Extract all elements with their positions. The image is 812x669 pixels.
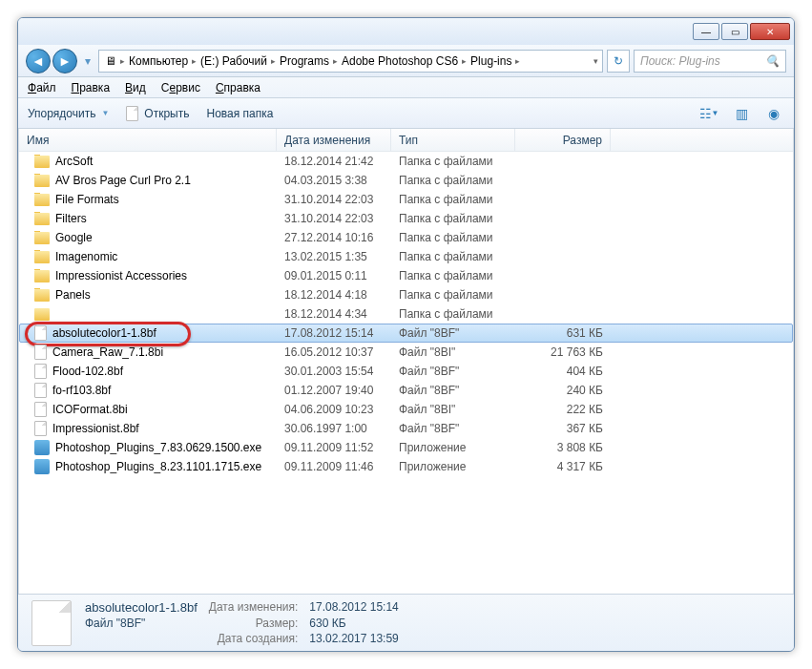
file-type: Папка с файлами [391,174,515,187]
file-rows: ArcSoft18.12.2014 21:42Папка с файламиAV… [19,152,793,476]
folder-icon [34,175,50,187]
chevron-right-icon: ▸ [271,56,276,66]
file-type: Папка с файлами [391,231,515,244]
file-row[interactable]: Flood-102.8bf30.01.2003 15:54Файл "8BF"4… [19,362,793,381]
file-date: 31.10.2014 22:03 [277,193,391,206]
file-row[interactable]: Filters31.10.2014 22:03Папка с файлами [19,209,793,228]
file-date: 16.05.2012 10:37 [277,345,391,359]
new-folder-button[interactable]: Новая папка [206,107,273,120]
breadcrumb-segment[interactable]: Компьютер [127,54,190,68]
file-name: ICOFormat.8bi [52,403,128,416]
file-date: 27.12.2014 10:16 [277,231,391,244]
details-created-value: 13.02.2017 13:59 [309,632,398,645]
folder-icon [34,156,50,168]
file-date: 01.12.2007 19:40 [277,384,391,397]
chevron-right-icon: ▸ [192,56,197,66]
file-size: 240 КБ [515,384,611,397]
file-row[interactable]: ArcSoft18.12.2014 21:42Папка с файлами [19,152,793,171]
details-type: Файл "8BF" [85,617,198,630]
column-headers: Имя Дата изменения Тип Размер [19,129,793,152]
help-button[interactable]: ◉ [763,104,784,123]
file-type: Файл "8BF" [391,422,515,435]
maximize-button[interactable]: ▭ [721,23,748,40]
file-icon [34,383,47,398]
file-date: 30.01.2003 15:54 [277,365,391,378]
file-type: Папка с файлами [391,155,515,168]
menu-edit[interactable]: Правка [72,81,111,94]
file-row[interactable]: Impressionist.8bf30.06.1997 1:00Файл "8B… [19,419,793,438]
column-name[interactable]: Имя [19,129,277,151]
folder-icon [34,308,50,321]
column-type[interactable]: Тип [391,129,515,151]
menu-view[interactable]: Вид [125,81,146,94]
file-row[interactable]: AV Bros Page Curl Pro 2.104.03.2015 3:38… [19,171,793,190]
file-name: Google [55,231,93,244]
menu-tools[interactable]: Сервис [161,81,200,94]
forward-button[interactable]: ► [52,49,77,73]
refresh-button[interactable]: ↻ [607,50,630,73]
breadcrumb[interactable]: 🖥 ▸ Компьютер ▸ (E:) Рабочий ▸ Programs … [98,50,603,73]
file-row[interactable]: fo-rf103.8bf01.12.2007 19:40Файл "8BF"24… [19,381,793,400]
file-date: 30.06.1997 1:00 [277,422,391,435]
column-size[interactable]: Размер [515,129,611,151]
chevron-right-icon: ▸ [515,56,520,66]
file-date: 09.11.2009 11:46 [277,460,391,473]
search-input[interactable]: Поиск: Plug-ins 🔍 [634,50,786,73]
file-type: Файл "8BF" [391,326,515,340]
file-row[interactable]: Google27.12.2014 10:16Папка с файлами [19,228,793,247]
toolbar: Упорядочить ▼ Открыть Новая папка ☷ ▼ ▥ … [18,98,794,129]
folder-icon [34,289,50,302]
file-icon [34,402,47,417]
file-size: 21 763 КБ [515,345,611,359]
chevron-right-icon: ▸ [462,56,467,66]
menu-file[interactable]: Файл [28,81,56,94]
file-row[interactable]: Panels18.12.2014 4:18Папка с файлами [19,285,793,304]
folder-icon [34,270,50,282]
column-date[interactable]: Дата изменения [277,129,391,151]
file-icon [34,364,47,379]
file-row[interactable]: Camera_Raw_7.1.8bi16.05.2012 10:37Файл "… [19,343,793,362]
file-date: 09.11.2009 11:52 [277,441,391,454]
chevron-right-icon: ▸ [333,56,338,66]
view-options-button[interactable]: ☷ ▼ [698,104,719,123]
file-row[interactable]: Imagenomic13.02.2015 1:35Папка с файлами [19,247,793,266]
folder-icon [34,213,50,225]
file-row[interactable]: absolutecolor1-1.8bf17.08.2012 15:14Файл… [19,324,793,343]
breadcrumb-segment[interactable]: Programs [278,54,331,68]
file-row[interactable]: Photoshop_Plugins_7.83.0629.1500.exe09.1… [19,438,793,457]
breadcrumb-dropdown[interactable]: ▾ [593,56,598,66]
file-date: 18.12.2014 4:18 [277,288,391,302]
folder-icon [34,251,50,263]
details-filename: absolutecolor1-1.8bf [85,600,198,615]
chevron-right-icon: ▸ [120,56,125,66]
file-name: Imagenomic [55,250,117,263]
file-type: Папка с файлами [391,250,515,263]
details-created-label: Дата создания: [209,632,299,645]
close-button[interactable]: ✕ [750,23,790,40]
preview-pane-button[interactable]: ▥ [731,104,752,123]
file-type: Папка с файлами [391,212,515,225]
history-dropdown[interactable]: ▾ [81,49,94,73]
file-row[interactable]: File Formats31.10.2014 22:03Папка с файл… [19,190,793,209]
details-size-label: Размер: [209,617,299,630]
file-row[interactable]: 18.12.2014 4:34Папка с файлами [19,304,793,324]
file-row[interactable]: Impressionist Accessories09.01.2015 0:11… [19,266,793,285]
open-button[interactable]: Открыть [126,106,189,121]
exe-icon [34,440,50,455]
organize-button[interactable]: Упорядочить ▼ [28,107,109,120]
breadcrumb-computer-icon[interactable]: 🖥 [103,54,118,68]
breadcrumb-segment[interactable]: (E:) Рабочий [198,54,269,68]
file-size: 222 КБ [515,403,611,416]
file-row[interactable]: ICOFormat.8bi04.06.2009 10:23Файл "8BI"2… [19,400,793,419]
file-type: Файл "8BF" [391,384,515,397]
back-button[interactable]: ◄ [26,49,51,73]
file-size: 404 КБ [515,365,611,378]
minimize-button[interactable]: — [693,23,719,40]
breadcrumb-segment[interactable]: Plug-ins [468,54,513,68]
file-date: 09.01.2015 0:11 [277,269,391,282]
file-row[interactable]: Photoshop_Plugins_8.23.1101.1715.exe09.1… [19,457,793,476]
breadcrumb-segment[interactable]: Adobe Photoshop CS6 [340,54,460,68]
details-pane: absolutecolor1-1.8bf Дата изменения: 17.… [18,594,794,651]
menu-help[interactable]: Справка [216,81,260,94]
file-name: Filters [55,212,87,225]
